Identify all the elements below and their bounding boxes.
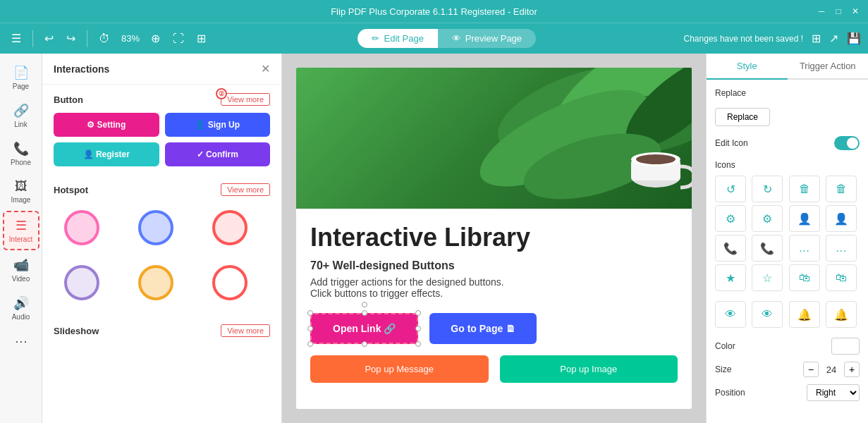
hotspot-4[interactable] [54, 258, 110, 307]
panel-close-btn[interactable]: ✕ [261, 62, 270, 75]
icon-gear-solid[interactable]: ⚙ [715, 205, 746, 232]
color-label: Color [715, 341, 735, 351]
icon-dots-outline[interactable]: … [826, 235, 857, 262]
zoom-in-btn[interactable]: ⊕ [147, 29, 164, 48]
history-btn[interactable]: ⏱ [94, 30, 114, 48]
icon-trash-outline[interactable]: 🗑 [826, 176, 857, 202]
handle-bm[interactable] [362, 341, 367, 347]
save-status: Changes have not been saved ! [684, 34, 803, 44]
size-decrease-btn[interactable]: − [803, 362, 819, 377]
nav-video[interactable]: 📹 Video [3, 252, 39, 288]
popup-image-btn[interactable]: Pop up Image [500, 355, 678, 383]
save-layout-btn[interactable]: ⊞ [812, 32, 821, 45]
svg-point-9 [636, 154, 676, 164]
color-swatch[interactable] [831, 338, 860, 355]
hotspot-circle-redoutline [212, 265, 247, 300]
icon-user-outline[interactable]: 👤 [826, 205, 857, 232]
icon-refresh-solid[interactable]: ↺ [715, 176, 746, 202]
preview-page-tab[interactable]: 👁 Preview Page [438, 29, 536, 48]
icon-extra-2[interactable]: 👁 [752, 301, 783, 328]
nav-more[interactable]: ⋯ [3, 328, 39, 355]
hotspot-5[interactable] [128, 258, 184, 307]
maximize-btn[interactable]: □ [833, 6, 844, 17]
view-more-btn[interactable]: ② View more [221, 93, 270, 106]
handle-tr[interactable] [415, 310, 421, 316]
slideshow-view-more-btn[interactable]: View more [221, 324, 270, 337]
handle-br[interactable] [415, 341, 421, 347]
nav-link[interactable]: 🔗 Link [3, 97, 39, 134]
handle-tl[interactable] [307, 310, 313, 316]
preset-setting-btn[interactable]: ⚙ Setting [54, 113, 159, 137]
minimize-btn[interactable]: ─ [816, 6, 827, 17]
edit-icon-toggle[interactable] [834, 136, 860, 150]
hotspot-circle-blue [138, 210, 173, 245]
open-link-btn[interactable]: Open Link 🔗 [310, 313, 418, 344]
close-btn[interactable]: ✕ [850, 6, 861, 17]
edit-page-tab[interactable]: ✏ Edit Page [357, 29, 437, 48]
replace-btn[interactable]: Replace [715, 108, 770, 126]
hotspot-6[interactable] [202, 258, 258, 307]
nav-page[interactable]: 📄 Page [3, 59, 39, 96]
publish-btn[interactable]: 💾 [847, 32, 861, 45]
hotspot-circle-red [212, 210, 247, 245]
size-increase-btn[interactable]: + [844, 362, 860, 377]
preset-confirm-btn[interactable]: ✓ Confirm [165, 142, 271, 166]
preset-signup-btn[interactable]: 👤 Sign Up [165, 113, 271, 137]
replace-btn-wrapper: Replace [715, 108, 860, 126]
grid-btn[interactable]: ⊞ [192, 29, 210, 48]
go-to-page-label: Go to Page 🗎 [451, 323, 515, 334]
fit-btn[interactable]: ⛶ [169, 30, 188, 48]
rotation-handle[interactable] [362, 302, 367, 307]
handle-tm[interactable] [362, 310, 367, 316]
icon-bag-outline[interactable]: 🛍 [826, 264, 857, 291]
icon-phone-solid[interactable]: 📞 [715, 235, 746, 262]
slideshow-section-title: Slideshow [54, 326, 99, 336]
icon-dots-solid[interactable]: … [789, 235, 820, 262]
icon-refresh-outline[interactable]: ↻ [752, 176, 783, 202]
nav-interact[interactable]: ☰ Interact [3, 211, 39, 250]
edit-icon: ✏ [372, 33, 379, 44]
go-to-page-btn[interactable]: Go to Page 🗎 [429, 313, 537, 344]
handle-ml[interactable] [307, 326, 313, 331]
canvas-btn-row: Open Link 🔗 Go to Page 🗎 [310, 313, 678, 344]
replace-label: Replace [715, 88, 746, 98]
trigger-action-tab[interactable]: Trigger Action [788, 54, 869, 78]
menu-btn[interactable]: ☰ [7, 29, 25, 48]
position-select[interactable]: Right Left Center [807, 384, 860, 401]
icon-extra-1[interactable]: 👁 [715, 301, 746, 328]
icon-extra-3[interactable]: 🔔 [789, 301, 820, 328]
nav-phone[interactable]: 📞 Phone [3, 135, 39, 172]
export-btn[interactable]: ↗ [829, 32, 838, 45]
nav-page-label: Page [13, 82, 29, 90]
style-tab[interactable]: Style [707, 54, 788, 80]
icon-star-solid[interactable]: ★ [715, 264, 746, 291]
hotspot-3[interactable] [202, 203, 258, 252]
title-bar: Flip PDF Plus Corporate 6.1.11 Registere… [0, 0, 868, 23]
redo-btn[interactable]: ↪ [62, 29, 80, 48]
button-section: Button ② View more ⚙ Setting 👤 Sign Up 👤… [42, 85, 281, 175]
color-row: Color [715, 338, 860, 355]
size-controls: − 24 + [803, 362, 860, 377]
nav-image[interactable]: 🖼 Image [3, 173, 39, 209]
icon-bag-solid[interactable]: 🛍 [789, 264, 820, 291]
undo-btn[interactable]: ↩ [40, 29, 58, 48]
icon-star-outline[interactable]: ☆ [752, 264, 783, 291]
handle-bl[interactable] [307, 341, 313, 347]
canvas-title: Interactive Library [310, 223, 678, 252]
icon-extra-4[interactable]: 🔔 [826, 301, 857, 328]
hotspot-1[interactable] [54, 203, 110, 252]
popup-message-btn[interactable]: Pop up Message [310, 355, 489, 383]
icon-trash-solid[interactable]: 🗑 [789, 176, 820, 202]
icon-phone-outline[interactable]: 📞 [752, 235, 783, 262]
preset-register-btn[interactable]: 👤 Register [54, 142, 159, 166]
hotspot-view-more-btn[interactable]: View more [221, 183, 270, 196]
main-layout: 📄 Page 🔗 Link 📞 Phone 🖼 Image ☰ Interact… [0, 54, 868, 423]
handle-mr[interactable] [415, 326, 421, 331]
nav-interact-label: Interact [9, 235, 32, 243]
icon-gear-outline[interactable]: ⚙ [752, 205, 783, 232]
nav-audio-label: Audio [12, 313, 30, 321]
nav-audio[interactable]: 🔊 Audio [3, 290, 39, 326]
icon-user-solid[interactable]: 👤 [789, 205, 820, 232]
replace-row: Replace [715, 88, 860, 98]
hotspot-2[interactable] [128, 203, 184, 252]
